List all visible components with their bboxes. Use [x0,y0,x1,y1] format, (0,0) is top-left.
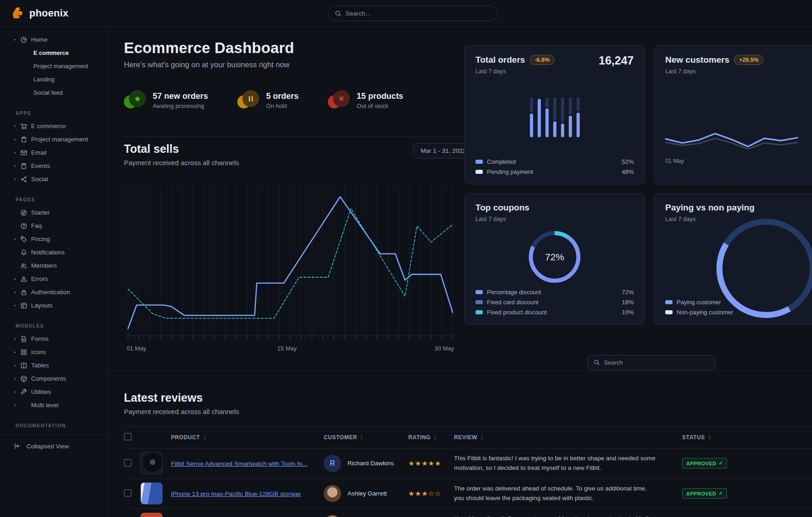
legend-row: Non-paying customer [665,307,812,317]
bar-completed-segment [530,113,533,137]
new-customers-card: New customers +26.5% Last 7 days 01 May [654,45,812,184]
table-row: Fitbit Sense Advanced Smartwatch with To… [124,448,812,479]
sidebar-section-title: DOCUMENTATION [0,423,107,428]
reviews-search-input[interactable] [604,359,710,366]
trend-badge: +26.5% [734,55,764,65]
legend-swatch [665,300,673,304]
sidebar-section-title: PAGES [0,197,107,202]
table-row: It's a Mac, after all. Once you've gone … [124,509,812,517]
column-header-customer[interactable]: CUSTOMER [324,434,408,441]
global-search[interactable] [328,5,498,21]
sidebar-item-forms[interactable]: Forms [0,332,107,345]
card-title: Total orders [475,55,525,65]
stat-text: 5 ordersOn hold [266,92,299,109]
sidebar-item-label: Components [31,375,66,382]
caret-right-icon [13,290,20,295]
box-icon [20,375,31,382]
sidebar-item-email[interactable]: Email [0,146,107,159]
legend-swatch [475,300,483,304]
sidebar-subitem-e-commerce[interactable]: E commerce [0,46,107,59]
sidebar-item-utilities[interactable]: Utilities [0,385,107,399]
status-badge: APPROVED✓ [682,458,727,469]
sidebar-subitem-landing[interactable]: Landing [0,73,107,86]
rating-stars: ★★★☆☆ [408,490,441,497]
sidebar-item-multi-level[interactable]: Multi level [0,399,107,412]
sidebar-subitem-social-feed[interactable]: Social feed [0,86,107,99]
product-link[interactable]: Fitbit Sense Advanced Smartwatch with To… [171,460,318,467]
x-axis-label: 01 May [127,345,146,352]
tag-icon [20,236,31,243]
legend-label: Non-paying customer [677,309,812,316]
row-checkbox[interactable] [124,459,132,467]
customer-name: Ashley Garrett [347,490,387,497]
reviews-search[interactable] [588,355,716,370]
sidebar-item-notifications[interactable]: Notifications [0,246,107,259]
collapsed-view-toggle[interactable]: Collapsed View [0,435,107,450]
column-header-product[interactable]: PRODUCT [171,434,324,441]
column-header-rating[interactable]: RATING [408,434,454,441]
select-all-checkbox[interactable] [124,433,132,441]
donut-center-label: 72% [529,231,581,283]
star-icon: ★ [124,90,147,110]
caret-right-icon [13,137,20,142]
legend-label: Paying customer [677,299,812,306]
total-sells-title: Total sells [124,142,239,156]
sidebar-item-starter[interactable]: Starter [0,206,107,219]
column-header-label: REVIEW [454,434,477,441]
x-icon: ✕ [328,90,351,110]
brand-logo[interactable]: phoenix [10,5,69,21]
legend-swatch [475,310,483,314]
sidebar-item-e-commerce[interactable]: E commerce [0,119,107,133]
bar-completed-segment [569,116,572,137]
sidebar-item-authentication[interactable]: Authentication [0,285,107,299]
sidebar-item-label: Tables [31,362,49,369]
row-checkbox[interactable] [124,489,132,497]
sidebar-item-social[interactable]: Social [0,172,107,186]
stat-caption: Awating processing [153,102,208,109]
latest-reviews-section: Latest reviews Payment received across a… [107,371,812,517]
sidebar-item-home[interactable]: Home [0,33,107,46]
sidebar-item-pricing[interactable]: Pricing [0,232,107,246]
global-search-input[interactable] [346,10,491,17]
reviews-table: PRODUCTCUSTOMERRATINGREVIEWSTATUS Fitbit… [124,426,812,517]
kpi-cards: Total orders -6.8% Last 7 days 16,247 Co… [464,45,812,353]
sidebar-item-layouts[interactable]: Layouts [0,299,107,312]
sidebar-subitem-project-management[interactable]: Project management [0,59,107,73]
legend-label: Percentage discount [487,289,618,296]
card-title: New customers [665,55,729,65]
sidebar-item-errors[interactable]: Errors [0,272,107,285]
sidebar-section-title: MODULES [0,323,107,329]
avatar [324,515,341,517]
sidebar-item-label: Starter [31,209,50,216]
stat-disc: ★ [129,90,146,107]
sidebar-item-label: Faq [31,222,42,229]
sidebar-item-label: Project management [31,136,88,143]
sidebar-item-faq[interactable]: Faq [0,219,107,232]
mail-icon [20,149,31,156]
column-header-status[interactable]: STATUS [670,434,812,441]
page-title: Ecommerce Dashboard [124,39,454,57]
sidebar-item-tables[interactable]: Tables [0,359,107,372]
sidebar-item-icons[interactable]: Icons [0,345,107,359]
customer-name: Richard Dawkins [347,460,394,467]
brand-name: phoenix [29,7,69,19]
column-header-label: PRODUCT [171,434,200,441]
sidebar-item-members[interactable]: Members [0,259,107,272]
columns-icon [20,362,31,369]
sidebar-item-project-management[interactable]: Project management [0,133,107,146]
column-header-review[interactable]: REVIEW [454,434,670,441]
stat-item: 5 ordersOn hold [237,90,299,110]
bar-completed-segment [545,108,549,137]
caret-right-icon [13,177,20,182]
legend-swatch [475,160,483,164]
caret-right-icon [13,303,20,308]
reviews-table-body: Fitbit Sense Advanced Smartwatch with To… [124,448,812,517]
sidebar-item-components[interactable]: Components [0,372,107,385]
product-link[interactable]: iPhone 13 pro max-Pacific Blue-128GB sto… [171,490,312,497]
sidebar-item-events[interactable]: Events [0,159,107,172]
sort-icon [479,435,485,440]
bar-pending-segment [545,97,549,108]
rating-cell: ★★★☆☆ [408,490,454,498]
caret-right-icon [13,377,20,381]
legend-value: 72% [622,289,634,296]
